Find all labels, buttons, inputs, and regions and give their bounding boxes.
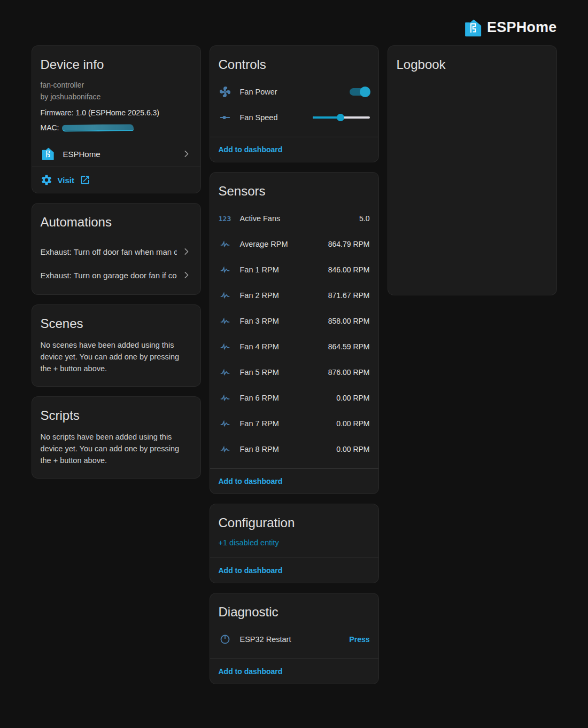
sensor-label: Fan 4 RPM: [240, 342, 320, 351]
pulse-icon: [219, 263, 231, 276]
chevron-right-icon: [181, 246, 192, 257]
chevron-right-icon: [181, 270, 192, 280]
pulse-icon: [219, 366, 231, 379]
pulse-icon: [219, 392, 231, 404]
fan-speed-thumb[interactable]: [337, 114, 344, 121]
esphome-integration-row[interactable]: ESPHome: [32, 141, 200, 167]
scenes-card: Scenes No scenes have been added using t…: [32, 304, 201, 387]
sensor-label: Fan 3 RPM: [240, 317, 320, 325]
sensor-row[interactable]: Fan 8 RPM 0.00 RPM: [210, 436, 378, 462]
sensor-row[interactable]: Fan 6 RPM 0.00 RPM: [210, 385, 378, 411]
sensor-label: Fan 6 RPM: [240, 394, 328, 402]
diagnostic-card: Diagnostic ESP32 Restart Press Add to da…: [210, 593, 379, 684]
scenes-title: Scenes: [32, 305, 200, 338]
sensor-value: 858.00 RPM: [328, 317, 370, 325]
sensor-label: Fan 7 RPM: [240, 419, 328, 428]
mac-label: MAC:: [41, 123, 59, 132]
press-button[interactable]: Press: [349, 635, 369, 644]
controls-title: Controls: [210, 46, 378, 79]
esphome-brand: ESPHome: [463, 18, 556, 37]
add-to-dashboard-link[interactable]: Add to dashboard: [210, 137, 378, 162]
sensor-row[interactable]: Fan 7 RPM 0.00 RPM: [210, 411, 378, 436]
sensor-row[interactable]: Average RPM 864.79 RPM: [210, 231, 378, 257]
sensor-value: 0.00 RPM: [336, 394, 369, 402]
add-to-dashboard-link[interactable]: Add to dashboard: [210, 558, 378, 583]
fan-icon: [219, 85, 231, 98]
mac-line: MAC:: [32, 123, 200, 132]
configuration-card: Configuration +1 disabled entity Add to …: [210, 504, 379, 583]
fan-power-label: Fan Power: [240, 88, 340, 96]
sensor-row[interactable]: Fan 2 RPM 871.67 RPM: [210, 283, 378, 308]
header: ESPHome: [32, 0, 557, 45]
pulse-icon: [219, 315, 231, 327]
logbook-card: Logbook: [388, 45, 557, 295]
restart-label: ESP32 Restart: [240, 635, 341, 644]
controls-card: Controls Fan Power Fan Speed: [210, 45, 379, 162]
fan-power-row[interactable]: Fan Power: [210, 79, 378, 105]
column-right: Logbook: [388, 45, 557, 295]
sensor-row[interactable]: Fan 4 RPM 864.59 RPM: [210, 334, 378, 359]
controls-rows: Fan Power Fan Speed: [210, 79, 378, 137]
add-to-dashboard-link[interactable]: Add to dashboard: [210, 659, 378, 684]
disabled-entities-link[interactable]: +1 disabled entity: [219, 538, 279, 547]
sensor-value: 876.00 RPM: [328, 368, 370, 377]
automation-label: Exhaust: Turn off door fan when man d…: [41, 247, 177, 256]
device-info-title: Device info: [32, 46, 200, 79]
device-name: fan-controller: [32, 79, 200, 91]
power-icon: [219, 633, 231, 646]
sensor-row[interactable]: Fan 1 RPM 846.00 RPM: [210, 257, 378, 283]
automation-item[interactable]: Exhaust: Turn off door fan when man d…: [32, 240, 200, 263]
automations-title: Automations: [32, 203, 200, 237]
brand-title: ESPHome: [487, 19, 556, 36]
scripts-title: Scripts: [32, 397, 200, 430]
automation-list: Exhaust: Turn off door fan when man d… E…: [32, 237, 200, 294]
add-to-dashboard-link[interactable]: Add to dashboard: [210, 469, 378, 494]
toggle-thumb: [360, 87, 370, 97]
logbook-title: Logbook: [388, 46, 556, 79]
gear-icon: [41, 174, 52, 186]
numeric-123-icon: 123: [219, 212, 231, 225]
pulse-icon: [219, 238, 231, 251]
fan-speed-label: Fan Speed: [240, 113, 304, 122]
sensor-label: Fan 2 RPM: [240, 291, 320, 300]
device-byline: by joshuaboniface: [32, 91, 200, 103]
device-page: ESPHome Device info fan-controller by jo…: [32, 0, 557, 684]
scripts-empty-text: No scripts have been added using this de…: [32, 430, 200, 478]
automations-card: Automations Exhaust: Turn off door fan w…: [32, 203, 201, 295]
column-left: Device info fan-controller by joshuaboni…: [32, 45, 201, 479]
sensor-label: Fan 5 RPM: [240, 368, 320, 377]
sensor-row[interactable]: 123 Active Fans 5.0: [210, 206, 378, 231]
sensor-value: 0.00 RPM: [336, 419, 369, 428]
sensor-row[interactable]: Fan 5 RPM 876.00 RPM: [210, 359, 378, 385]
esphome-integration-icon: [41, 147, 55, 161]
column-middle: Controls Fan Power Fan Speed: [210, 45, 379, 684]
esphome-logo-icon: [463, 18, 482, 37]
chevron-right-icon: [181, 148, 192, 159]
sensor-row[interactable]: Fan 3 RPM 858.00 RPM: [210, 308, 378, 334]
automation-label: Exhaust: Turn on garage door fan if co…: [41, 271, 177, 280]
sensor-value: 5.0: [359, 214, 369, 223]
sensor-label: Fan 1 RPM: [240, 265, 320, 274]
integration-label: ESPHome: [63, 150, 173, 159]
fan-speed-slider[interactable]: [313, 112, 370, 123]
sensor-label: Average RPM: [240, 240, 320, 248]
sensors-card: Sensors 123 Active Fans 5.0 Average RPM …: [210, 172, 379, 494]
sensor-value: 871.67 RPM: [328, 291, 370, 300]
configuration-title: Configuration: [210, 504, 378, 537]
diagnostic-title: Diagnostic: [210, 593, 378, 627]
esp32-restart-row[interactable]: ESP32 Restart Press: [210, 627, 378, 652]
sensor-value: 0.00 RPM: [336, 445, 369, 453]
sensor-value: 846.00 RPM: [328, 265, 370, 274]
scenes-empty-text: No scenes have been added using this dev…: [32, 338, 200, 386]
sensor-value: 864.59 RPM: [328, 342, 370, 351]
automation-item[interactable]: Exhaust: Turn on garage door fan if co…: [32, 263, 200, 287]
pulse-icon: [219, 289, 231, 302]
scripts-card: Scripts No scripts have been added using…: [32, 396, 201, 479]
diagnostic-rows: ESP32 Restart Press: [210, 627, 378, 659]
fan-power-toggle[interactable]: [349, 87, 370, 97]
sensor-label: Fan 8 RPM: [240, 445, 328, 453]
visit-link[interactable]: Visit: [32, 167, 200, 193]
fan-speed-row[interactable]: Fan Speed: [210, 105, 378, 130]
pulse-icon: [219, 417, 231, 430]
slider-icon: [219, 111, 231, 124]
